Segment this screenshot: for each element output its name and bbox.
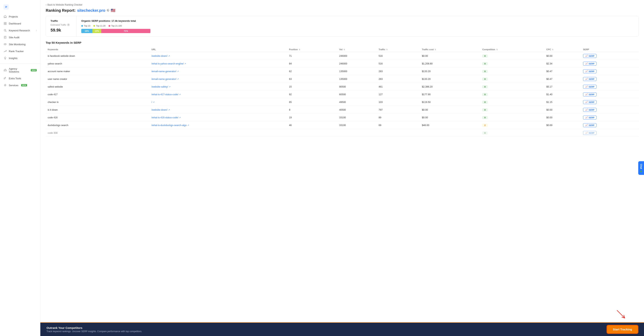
url-cell: / ↗: [150, 98, 287, 106]
sidebar-item-agency-solutions[interactable]: Agency Solutions NEW: [0, 66, 40, 75]
serp-button[interactable]: 📈SERP: [583, 77, 596, 81]
table-column-header: URL: [150, 47, 287, 52]
cpc-cell: $0.00: [544, 106, 581, 114]
legend-item: Top 21-100: [108, 25, 122, 27]
serp-cell: 📈SERP: [581, 68, 638, 75]
url-link[interactable]: /email-name-generator/ ↗: [152, 78, 285, 80]
traffic-cell: 89: [377, 114, 420, 121]
url-link[interactable]: /email-name-generator/ ↗: [152, 70, 285, 73]
url-link[interactable]: /website-down/ ↗: [152, 55, 285, 57]
sidebar-logo: [0, 2, 40, 13]
keyword-cell: account name maker: [46, 68, 150, 75]
serp-button[interactable]: 📈SERP: [583, 92, 596, 96]
traffic-value: 59.9k: [50, 28, 72, 33]
table-row: account name maker /email-name-generator…: [46, 68, 638, 75]
table-column-header[interactable]: Competition ⇅: [480, 47, 544, 52]
url-cell: [150, 129, 287, 137]
cpc-cell: $0.47: [544, 75, 581, 83]
vol-cell: 246000: [337, 52, 377, 60]
back-link-text: Back to Website Ranking Checker: [48, 4, 82, 6]
url-link[interactable]: /what-is-yahoo-search-engine/ ↗: [152, 62, 285, 65]
sidebar-item-services[interactable]: Services NEW: [0, 82, 40, 89]
serp-button[interactable]: 📈SERP: [583, 108, 596, 112]
keyword-cell: is it down: [46, 106, 150, 114]
competition-cell: 0: [480, 129, 544, 137]
table-column-header[interactable]: CPC ⇅: [544, 47, 581, 52]
sidebar-item-projects[interactable]: Projects: [0, 13, 40, 20]
serp-icon: 📈: [585, 132, 588, 134]
cpc-cell: $0.69: [544, 121, 581, 129]
sidebar-item-dashboard[interactable]: Dashboard: [0, 20, 40, 27]
svg-rect-2: [6, 22, 6, 23]
url-link[interactable]: /website-down/ ↗: [152, 108, 285, 111]
progress-segment: 16%: [81, 29, 92, 33]
back-link[interactable]: ‹ Back to Website Ranking Checker: [46, 4, 638, 6]
sidebar-item-rank-tracker[interactable]: Rank Tracker: [0, 48, 40, 55]
table-column-header[interactable]: Position ⇅: [287, 47, 337, 52]
serp-button[interactable]: 📈SERP: [583, 100, 596, 104]
chat-online-dot: [640, 171, 642, 172]
table-column-header[interactable]: Traffic cost ⇅: [420, 47, 480, 52]
table-column-header[interactable]: Vol ⇅: [337, 47, 377, 52]
table-header: KeywordsURLPosition ⇅Vol ⇅Traffic ⇅Traff…: [46, 47, 638, 52]
table-column-header[interactable]: Traffic ⇅: [377, 47, 420, 52]
url-link[interactable]: /what-is-duckduckgo-search-algo ↗: [152, 124, 285, 127]
url-link[interactable]: / ↗: [152, 101, 285, 104]
serp-button[interactable]: 📈SERP: [583, 54, 596, 58]
url-cell: /what-is-yahoo-search-engine/ ↗: [150, 60, 287, 68]
sidebar-item-site-audit[interactable]: Site Audit: [0, 34, 40, 41]
url-link[interactable]: /website-safety/ ↗: [152, 85, 285, 88]
svg-rect-4: [6, 24, 6, 25]
chat-label: Chat: [640, 164, 642, 169]
vol-cell: 90500: [337, 83, 377, 91]
vol-cell: 33100: [337, 114, 377, 121]
flag-icon: 🇺🇸: [111, 8, 116, 13]
url-link[interactable]: /what-is-416-status-code/ ↗: [152, 116, 285, 119]
sidebar-item-site-monitoring[interactable]: Site Monitoring: [0, 41, 40, 48]
sidebar-item-keyword-research[interactable]: Keyword Research ›: [0, 27, 40, 34]
sidebar-item-label: Site Monitoring: [9, 43, 26, 46]
serp-button[interactable]: 📈SERP: [583, 69, 596, 73]
serp-button[interactable]: 📈SERP: [583, 115, 596, 119]
traffic-cost-cell: $48.00: [420, 121, 480, 129]
vol-cell: 246000: [337, 60, 377, 68]
traffic-label: Traffic: [50, 20, 72, 22]
vol-cell: 60500: [337, 91, 377, 98]
chat-widget[interactable]: Chat: [638, 161, 644, 175]
serp-positions-title: Organic SERP positions: 17.4k keywords t…: [81, 20, 634, 22]
serp-icon: 📈: [585, 55, 588, 57]
svg-rect-6: [4, 36, 6, 39]
traffic-cost-cell: $133.20: [420, 68, 480, 75]
serp-cell: 📈SERP: [581, 106, 638, 114]
serp-button[interactable]: 📈SERP: [583, 123, 596, 127]
serp-cell: 📈SERP: [581, 98, 638, 106]
serp-cell: 📈SERP: [581, 91, 638, 98]
url-link[interactable]: /what-is-417-status-code/ ↗: [152, 93, 285, 96]
external-link-icon: ↗: [179, 116, 180, 118]
sidebar-item-label: Dashboard: [9, 22, 21, 25]
keyword-cell: user name creator: [46, 75, 150, 83]
serp-button[interactable]: 📈SERP: [583, 62, 596, 66]
progress-segment: 13%: [92, 29, 102, 33]
competition-cell: 0: [480, 91, 544, 98]
table-column-header[interactable]: SERP: [581, 47, 638, 52]
logo-icon: [4, 4, 9, 10]
external-link-icon: ↗: [177, 78, 179, 80]
serp-button[interactable]: 📈SERP: [583, 131, 596, 135]
sidebar-item-extra-tools[interactable]: Extra Tools: [0, 75, 40, 82]
legend-label: Top 10: [84, 25, 90, 27]
start-tracking-button[interactable]: Start Tracking: [607, 325, 638, 333]
site-link[interactable]: sitechecker.pro: [77, 8, 106, 13]
serp-button[interactable]: 📈SERP: [583, 85, 596, 89]
sidebar-nav: Projects Dashboard Keyword Research › Si…: [0, 13, 40, 89]
info-icon[interactable]: ?: [67, 24, 70, 26]
position-cell: 71: [287, 52, 337, 60]
keyword-cell: yahoo search: [46, 60, 150, 68]
serp-cell: 📈SERP: [581, 75, 638, 83]
sidebar-item-label: Site Audit: [9, 36, 20, 39]
traffic-cost-cell: $0.00: [420, 106, 480, 114]
sidebar-item-insights[interactable]: Insights: [0, 55, 40, 62]
serp-icon: 📈: [585, 124, 588, 126]
sort-icon: ⇅: [552, 49, 554, 51]
traffic-sublabel: Estimated Traffic ?: [50, 24, 72, 26]
